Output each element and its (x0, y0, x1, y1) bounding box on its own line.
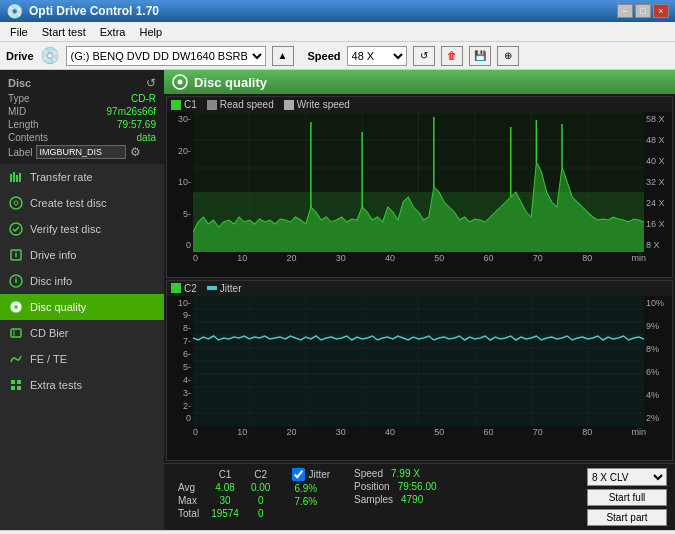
chart1-legend: C1 Read speed Write speed (167, 97, 672, 112)
contents-value: data (137, 132, 156, 143)
mid-label: MID (8, 106, 26, 117)
svg-rect-17 (11, 380, 15, 384)
svg-rect-0 (10, 174, 12, 182)
c2-legend-label: C2 (184, 283, 197, 294)
refresh-button[interactable]: ↺ (413, 46, 435, 66)
max-label: Max (172, 494, 205, 507)
sidebar-item-cd-bier[interactable]: CD Bier (0, 320, 164, 346)
svg-rect-1 (13, 172, 15, 182)
chart2-yaxis-right: 10% 9% 8% 6% 4% 2% (644, 296, 672, 426)
max-c1: 30 (205, 494, 245, 507)
y-right-24: 24 X (646, 198, 665, 208)
svg-rect-3 (19, 173, 21, 182)
avg-c2: 0.00 (245, 481, 276, 494)
sidebar-item-create-test-disc[interactable]: Create test disc (0, 190, 164, 216)
total-label: Total (172, 507, 205, 520)
label-label: Label (8, 147, 32, 158)
speed-info-column: Speed 7.99 X Position 79:56.00 Samples 4… (354, 468, 437, 505)
y-right-32: 32 X (646, 177, 665, 187)
sidebar-item-disc-quality[interactable]: Disc quality (0, 294, 164, 320)
disc-quality-icon (8, 299, 24, 315)
y-label-5: 5- (183, 209, 193, 219)
speed-key: Speed (354, 468, 383, 479)
c1-legend-label: C1 (184, 99, 197, 110)
menubar: File Start test Extra Help (0, 22, 675, 42)
write-speed-legend-item: Write speed (284, 99, 350, 110)
chart2-yaxis-left: 10- 9- 8- 7- 6- 5- 4- 3- 2- 0 (167, 296, 193, 426)
menu-help[interactable]: Help (133, 25, 168, 39)
content-title: Disc quality (194, 75, 267, 90)
menu-extra[interactable]: Extra (94, 25, 132, 39)
sidebar-item-drive-info[interactable]: Drive info (0, 242, 164, 268)
jitter-checkbox[interactable] (292, 468, 305, 481)
cd-bier-icon (8, 325, 24, 341)
disc-refresh-icon[interactable]: ↺ (146, 76, 156, 90)
start-full-button[interactable]: Start full (587, 489, 667, 506)
drive-select[interactable]: (G:) BENQ DVD DD DW1640 BSRB (66, 46, 266, 66)
disc-section-title: Disc (8, 77, 31, 89)
svg-point-9 (15, 251, 16, 252)
sidebar-item-disc-info[interactable]: Disc info (0, 268, 164, 294)
fe-te-label: FE / TE (30, 353, 67, 365)
y-label-30: 30- (178, 114, 193, 124)
y-right-16: 16 X (646, 219, 665, 229)
menu-file[interactable]: File (4, 25, 34, 39)
window-controls: − □ × (617, 4, 669, 18)
read-speed-legend-item: Read speed (207, 99, 274, 110)
disc-section: Disc ↺ Type CD-R MID 97m26s66f Length 79… (0, 70, 164, 164)
y-right-58: 58 X (646, 114, 665, 124)
sidebar: Disc ↺ Type CD-R MID 97m26s66f Length 79… (0, 70, 164, 530)
minimize-button[interactable]: − (617, 4, 633, 18)
extra-button[interactable]: ⊕ (497, 46, 519, 66)
y-right-48: 48 X (646, 135, 665, 145)
app-title: Opti Drive Control 1.70 (29, 4, 159, 18)
svg-rect-2 (16, 175, 18, 182)
svg-point-22 (178, 80, 183, 85)
chart1-body: 30- 20- 10- 5- 0 (167, 112, 672, 252)
cd-bier-label: CD Bier (30, 327, 69, 339)
svg-rect-20 (17, 386, 21, 390)
contents-label: Contents (8, 132, 48, 143)
y-right-40: 40 X (646, 156, 665, 166)
chart1-yaxis-right: 58 X 48 X 40 X 32 X 24 X 16 X 8 X (644, 112, 672, 252)
position-value: 79:56.00 (398, 481, 437, 492)
speed-select[interactable]: 48 X (347, 46, 407, 66)
label-settings-icon[interactable]: ⚙ (130, 145, 141, 159)
c1-legend-item: C1 (171, 99, 197, 110)
mid-value: 97m26s66f (107, 106, 156, 117)
eject-button[interactable]: ▲ (272, 46, 294, 66)
sidebar-item-transfer-rate[interactable]: Transfer rate (0, 164, 164, 190)
svg-point-14 (14, 305, 18, 309)
samples-row: Samples 4790 (354, 494, 437, 505)
sidebar-item-verify-test-disc[interactable]: Verify test disc (0, 216, 164, 242)
empty-cell (172, 468, 205, 481)
total-c2: 0 (245, 507, 276, 520)
menu-start-test[interactable]: Start test (36, 25, 92, 39)
sidebar-item-extra-tests[interactable]: Extra tests (0, 372, 164, 398)
maximize-button[interactable]: □ (635, 4, 651, 18)
samples-key: Samples (354, 494, 393, 505)
avg-label: Avg (172, 481, 205, 494)
drivebar: Drive 💿 (G:) BENQ DVD DD DW1640 BSRB ▲ S… (0, 42, 675, 70)
statusbar: Status window >> Test completed 100.0% 1… (0, 530, 675, 534)
drive-info-label: Drive info (30, 249, 76, 261)
close-button[interactable]: × (653, 4, 669, 18)
charts-area: C1 Read speed Write speed 30- (164, 94, 675, 530)
stats-table: C1 C2 Avg 4.08 0.00 Max 30 0 Total (172, 468, 276, 520)
label-input[interactable] (36, 145, 126, 159)
chart2-body: 10- 9- 8- 7- 6- 5- 4- 3- 2- 0 (167, 296, 672, 426)
clv-select[interactable]: 8 X CLV (587, 468, 667, 486)
sidebar-item-fe-te[interactable]: FE / TE (0, 346, 164, 372)
position-row: Position 79:56.00 (354, 481, 437, 492)
disc-quality-label: Disc quality (30, 301, 86, 313)
jitter-legend-box (207, 286, 217, 290)
save-button[interactable]: 💾 (469, 46, 491, 66)
y-label-0: 0 (186, 240, 193, 250)
start-part-button[interactable]: Start part (587, 509, 667, 526)
jitter-column: Jitter 6.9% 7.6% (292, 468, 330, 507)
erase-button[interactable]: 🗑 (441, 46, 463, 66)
y-label-20: 20- (178, 146, 193, 156)
extra-tests-icon (8, 377, 24, 393)
svg-rect-15 (11, 329, 21, 337)
content-header: Disc quality (164, 70, 675, 94)
